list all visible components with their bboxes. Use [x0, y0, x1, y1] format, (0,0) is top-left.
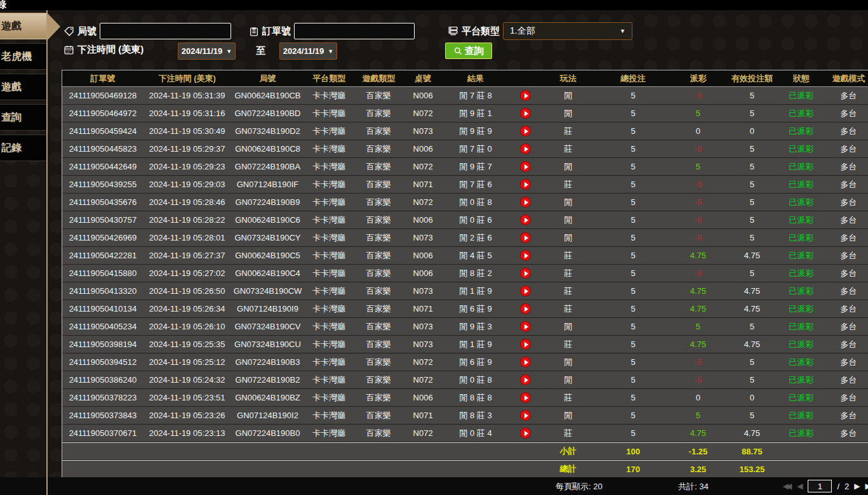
cell-platform: 卡卡灣廳	[304, 407, 354, 424]
cell-table-no: N006	[403, 140, 443, 157]
sidebar-item-1[interactable]: 老虎機	[0, 43, 48, 70]
cell-time: 2024-11-19 05:24:32	[144, 371, 231, 388]
cell-replay	[509, 194, 543, 211]
play-video-icon[interactable]	[520, 374, 531, 385]
next-page-icon[interactable]: ▶	[854, 482, 860, 491]
cell-table-no: N071	[403, 300, 443, 317]
last-page-icon[interactable]: ▶▶	[865, 482, 868, 491]
cell-result: 閒 9 莊 7	[443, 158, 509, 175]
date-to-value: 2024/11/19	[283, 46, 324, 56]
play-video-icon[interactable]	[520, 268, 531, 279]
play-video-icon[interactable]	[520, 108, 531, 119]
play-video-icon[interactable]	[520, 143, 531, 154]
cell-empty	[354, 461, 403, 477]
date-from-picker[interactable]: 2024/11/19 ▼	[178, 43, 236, 60]
cell-round: GN07324B190CU	[231, 336, 305, 353]
cell-payout: 0	[673, 122, 724, 140]
cell-valid-bet: 5	[723, 353, 780, 371]
cell-game-mode: 多台	[822, 105, 868, 122]
cell-platform: 卡卡灣廳	[304, 140, 354, 157]
cell-table-no: N006	[403, 211, 443, 228]
page-number-input[interactable]	[808, 480, 832, 492]
play-video-icon[interactable]	[520, 232, 531, 243]
previous-page-icon[interactable]: ◀	[797, 482, 803, 491]
cell-order: 241119050394512	[62, 353, 144, 371]
first-page-icon[interactable]: ◀◀	[783, 482, 789, 491]
sidebar-item-2[interactable]: 遊戲	[0, 74, 48, 100]
cell-platform: 卡卡灣廳	[304, 176, 354, 193]
cell-valid-bet: 5	[723, 105, 780, 122]
table-header-row: 訂單號下注時間 (美東)局號平台類型遊戲類型桌號結果玩法總投注派彩有效投注額狀態…	[62, 70, 868, 87]
play-video-icon[interactable]	[520, 214, 531, 225]
cell-status: 已派彩	[780, 407, 822, 424]
round-number-input[interactable]	[100, 23, 231, 39]
cell-game-mode: 多台	[822, 336, 868, 353]
play-video-icon[interactable]	[520, 428, 531, 439]
play-video-icon[interactable]	[520, 250, 531, 261]
cell-game-type: 百家樂	[354, 371, 403, 388]
cell-order: 241119050439255	[62, 176, 144, 193]
play-video-icon[interactable]	[520, 339, 531, 350]
platform-type-select[interactable]: 1.全部 ▼	[503, 22, 632, 40]
cell-replay	[509, 407, 543, 424]
cell-total-bet: 5	[594, 300, 673, 317]
cell-result: 閒 2 莊 6	[443, 229, 509, 246]
cell-empty	[62, 443, 144, 459]
cell-payout: 4.75	[673, 300, 724, 317]
cell-status: 已派彩	[780, 371, 822, 388]
cell-replay	[509, 336, 543, 353]
play-video-icon[interactable]	[520, 410, 531, 421]
sidebar-item-0[interactable]: 遊戲	[0, 13, 48, 39]
cell-game-type: 百家樂	[354, 194, 403, 211]
cell-replay	[509, 318, 543, 335]
cell-bet-type: 閒	[543, 158, 594, 175]
cell-round: GN00624B190C5	[231, 247, 305, 264]
cell-total-bet: 5	[594, 105, 673, 122]
cell-table-no: N006	[403, 87, 443, 104]
play-video-icon[interactable]	[520, 179, 531, 190]
sidebar-item-3[interactable]: 查詢	[0, 104, 48, 131]
date-to-picker[interactable]: 2024/11/19 ▼	[279, 43, 337, 60]
cell-platform: 卡卡灣廳	[304, 105, 354, 122]
play-video-icon[interactable]	[520, 161, 531, 172]
table-row: 2411190503706712024-11-19 05:23:13GN0722…	[62, 425, 868, 442]
chevron-down-icon: ▼	[328, 48, 333, 55]
cell-replay	[509, 353, 543, 371]
play-video-icon[interactable]	[520, 90, 531, 101]
subtotal-row-payout: -1.25	[673, 443, 724, 459]
play-video-icon[interactable]	[520, 303, 531, 314]
cell-table-no: N006	[403, 389, 443, 406]
cell-platform: 卡卡灣廳	[304, 336, 354, 353]
cell-status: 已派彩	[780, 158, 822, 175]
grand-total-row-payout: 3.25	[673, 461, 724, 477]
cell-bet-type: 莊	[543, 247, 594, 264]
order-number-label: 訂單號	[262, 25, 291, 37]
column-header-1: 下注時間 (美東)	[144, 70, 231, 86]
cell-total-bet: 5	[594, 247, 673, 264]
table-row: 2411190504426492024-11-19 05:29:23GN0722…	[62, 158, 868, 176]
play-video-icon[interactable]	[520, 197, 531, 208]
cell-game-type: 百家樂	[354, 122, 403, 140]
cell-game-mode: 多台	[822, 140, 868, 157]
play-video-icon[interactable]	[520, 286, 531, 296]
cell-status: 已派彩	[780, 389, 822, 406]
sidebar-item-4[interactable]: 記錄	[0, 135, 48, 161]
cell-replay	[509, 158, 543, 175]
cell-platform: 卡卡灣廳	[304, 194, 354, 211]
cell-bet-type: 莊	[543, 122, 594, 140]
cell-game-type: 百家樂	[354, 407, 403, 424]
cell-result: 閒 6 莊 9	[443, 353, 509, 371]
column-header-7	[509, 70, 543, 86]
cell-game-mode: 多台	[822, 300, 868, 317]
cell-time: 2024-11-19 05:29:23	[144, 158, 231, 175]
play-video-icon[interactable]	[520, 321, 531, 332]
play-video-icon[interactable]	[520, 126, 531, 136]
table-row: 2411190503738432024-11-19 05:23:26GN0712…	[62, 407, 868, 425]
cell-game-mode: 多台	[822, 211, 868, 228]
play-video-icon[interactable]	[520, 392, 531, 403]
tag-icon	[63, 26, 74, 37]
play-video-icon[interactable]	[520, 357, 531, 367]
search-button[interactable]: 查詢	[445, 43, 492, 59]
order-number-input[interactable]	[294, 23, 415, 39]
cell-status: 已派彩	[780, 247, 822, 264]
